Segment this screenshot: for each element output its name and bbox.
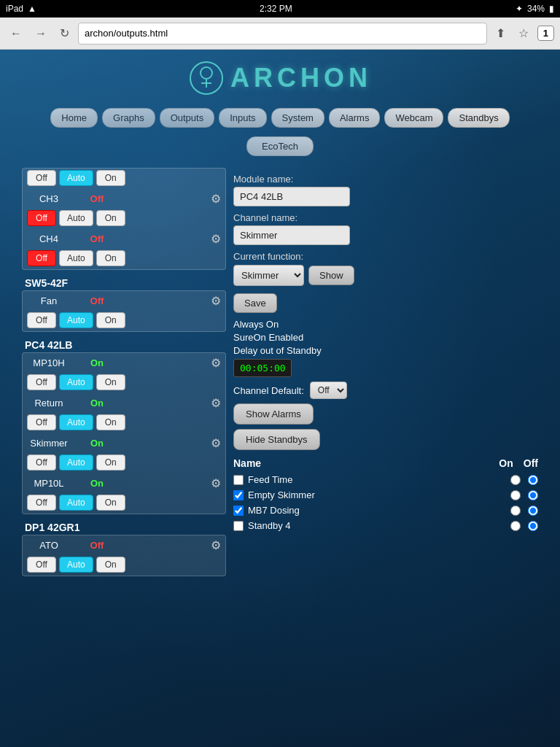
skimmer-status: On	[75, 438, 119, 449]
main-content: ARCHON Home Graphs Outputs Inputs System…	[0, 50, 560, 747]
mp10h-on-btn[interactable]: On	[96, 374, 125, 390]
ch3-status: Off	[75, 193, 119, 204]
nav-system[interactable]: System	[271, 108, 324, 128]
return-gear-icon[interactable]: ⚙	[211, 396, 221, 410]
nav-inputs[interactable]: Inputs	[219, 108, 266, 128]
return-off-btn[interactable]: Off	[27, 414, 56, 430]
ato-auto-btn[interactable]: Auto	[59, 557, 93, 573]
ato-gear-icon[interactable]: ⚙	[211, 538, 221, 552]
off-button-3[interactable]: Off	[27, 250, 56, 266]
standby-row-standby4: Standby 4	[233, 518, 538, 533]
module-name-input[interactable]	[233, 187, 350, 206]
off-button[interactable]: Off	[27, 170, 56, 186]
logo-text: ARCHON	[230, 63, 372, 93]
forward-button[interactable]: →	[31, 24, 51, 43]
feedtime-on-radio[interactable]	[510, 475, 521, 485]
emptyskimmer-radio-on[interactable]	[510, 490, 521, 500]
nav-standbys[interactable]: Standbys	[448, 108, 509, 128]
return-auto-btn[interactable]: Auto	[59, 414, 93, 430]
pc4-header: PC4 42LB	[22, 335, 226, 352]
fan-off-button[interactable]: Off	[27, 312, 56, 328]
emptyskimmer-label: Empty Skimmer	[248, 489, 315, 500]
feedtime-radio-on[interactable]	[510, 475, 521, 485]
emptyskimmer-on-radio[interactable]	[510, 490, 521, 500]
svg-point-1	[201, 67, 212, 79]
skimmer-gear-icon[interactable]: ⚙	[211, 436, 221, 450]
skimmer-auto-btn[interactable]: Auto	[59, 454, 93, 471]
control-row-2: Off Auto On	[23, 209, 225, 229]
current-function-label: Current function:	[233, 251, 538, 262]
nav-outputs[interactable]: Outputs	[160, 108, 215, 128]
ch4-gear-icon[interactable]: ⚙	[211, 232, 221, 246]
mb7dosing-checkbox[interactable]	[233, 506, 244, 516]
mb7dosing-name: MB7 Dosing	[233, 505, 505, 516]
auto-button[interactable]: Auto	[59, 170, 93, 186]
mp10l-on-btn[interactable]: On	[96, 495, 125, 511]
off-button-2[interactable]: Off	[27, 210, 56, 226]
on-button-2[interactable]: On	[96, 210, 125, 226]
standby4-checkbox[interactable]	[233, 521, 244, 531]
channel-name-label: Channel name:	[233, 212, 538, 223]
channel-default-select[interactable]: Off On	[310, 382, 347, 399]
return-on-btn[interactable]: On	[96, 414, 125, 430]
show-button[interactable]: Show	[308, 266, 354, 285]
standby4-radio-off[interactable]	[528, 521, 538, 531]
save-button[interactable]: Save	[233, 293, 277, 313]
mb7dosing-off-radio[interactable]	[528, 506, 538, 516]
address-bar[interactable]	[78, 23, 487, 44]
emptyskimmer-radio-off[interactable]	[528, 490, 538, 500]
mb7dosing-on-radio[interactable]	[510, 506, 521, 516]
feedtime-off-radio[interactable]	[528, 475, 538, 485]
time-display: 2:32 PM	[260, 4, 292, 14]
emptyskimmer-checkbox[interactable]	[233, 490, 244, 500]
feedtime-radio-off[interactable]	[528, 475, 538, 485]
emptyskimmer-off-radio[interactable]	[528, 490, 538, 500]
ato-off-btn[interactable]: Off	[27, 557, 56, 573]
bookmark-button[interactable]: ☆	[514, 23, 533, 43]
tab-count[interactable]: 1	[537, 26, 554, 41]
standby4-off-radio[interactable]	[528, 521, 538, 531]
ecotech-button[interactable]: EcoTech	[246, 136, 314, 156]
ch3-gear-icon[interactable]: ⚙	[211, 192, 221, 206]
on-button[interactable]: On	[96, 170, 125, 186]
function-select[interactable]: Skimmer Return Fan Always On	[233, 265, 304, 286]
mb7dosing-radio-off[interactable]	[528, 506, 538, 516]
mb7dosing-radio-on[interactable]	[510, 506, 521, 516]
mp10h-off-btn[interactable]: Off	[27, 374, 56, 390]
mp10l-off-btn[interactable]: Off	[27, 495, 56, 511]
mp10h-label: MP10H	[27, 357, 71, 368]
fan-auto-button[interactable]: Auto	[59, 312, 93, 328]
skimmer-off-btn[interactable]: Off	[27, 454, 56, 471]
show-alarms-button[interactable]: Show Alarms	[233, 403, 314, 425]
skimmer-on-btn[interactable]: On	[96, 454, 125, 471]
feedtime-checkbox[interactable]	[233, 475, 244, 485]
off-header: Off	[524, 457, 538, 469]
auto-button-3[interactable]: Auto	[59, 250, 93, 266]
fan-on-button[interactable]: On	[96, 312, 125, 328]
name-header: Name	[233, 457, 484, 469]
mp10h-gear-icon[interactable]: ⚙	[211, 356, 221, 370]
always-on-label: Always On	[233, 319, 279, 330]
standby4-on-radio[interactable]	[510, 521, 521, 531]
mp10h-auto-btn[interactable]: Auto	[59, 374, 93, 390]
delay-time-input[interactable]	[233, 359, 292, 377]
nav-graphs[interactable]: Graphs	[102, 108, 155, 128]
standby4-radio-on[interactable]	[510, 521, 521, 531]
fan-control-row: Off Auto On	[23, 311, 225, 331]
fan-gear-icon[interactable]: ⚙	[211, 294, 221, 308]
auto-button-2[interactable]: Auto	[59, 210, 93, 226]
on-button-3[interactable]: On	[96, 250, 125, 266]
nav-alarms[interactable]: Alarms	[329, 108, 380, 128]
share-button[interactable]: ⬆	[491, 23, 510, 43]
mb7dosing-radio-group	[510, 506, 538, 516]
mp10l-gear-icon[interactable]: ⚙	[211, 476, 221, 490]
mp10l-auto-btn[interactable]: Auto	[59, 495, 93, 511]
reload-button[interactable]: ↻	[55, 23, 74, 43]
nav-webcam[interactable]: Webcam	[384, 108, 443, 128]
nav-home[interactable]: Home	[50, 108, 98, 128]
mp10h-status: On	[75, 357, 119, 368]
hide-standbys-button[interactable]: Hide Standbys	[233, 429, 320, 450]
channel-name-input[interactable]	[233, 225, 350, 245]
ato-on-btn[interactable]: On	[96, 557, 125, 573]
back-button[interactable]: ←	[6, 24, 26, 43]
